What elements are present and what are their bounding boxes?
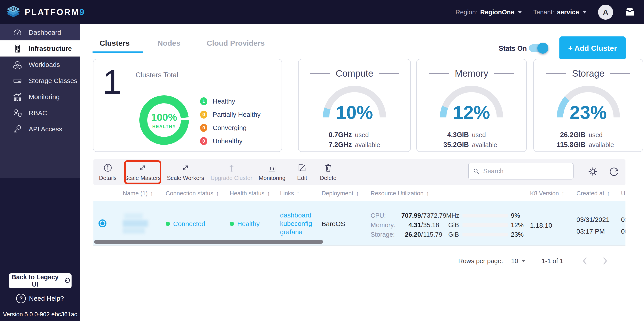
divider (546, 73, 566, 74)
column-header-connection-status[interactable]: Connection status↑ (166, 190, 219, 197)
rows-per-page-select[interactable]: 10 (511, 258, 526, 265)
sidebar-item-storage-classes[interactable]: Storage Classes (0, 73, 80, 89)
clusters-total-count: 1 (103, 64, 122, 100)
available-label: available (589, 141, 628, 148)
scale-masters-action[interactable]: Scale Masters (124, 160, 161, 185)
sidebar-item-workloads[interactable]: Workloads (0, 56, 80, 73)
tab-cloud-providers[interactable]: Cloud Providers (207, 39, 265, 48)
column-header-updated-clipped[interactable]: U (621, 190, 626, 197)
monitoring-action[interactable]: Monitoring (258, 160, 285, 185)
column-header-k8-version[interactable]: K8 Version↑ (530, 190, 564, 197)
connection-status-text: Connected (173, 220, 205, 228)
row-select-radio[interactable] (98, 220, 106, 228)
add-cluster-button[interactable]: + Add Cluster (560, 36, 626, 60)
edit-pencil-icon (297, 163, 307, 173)
sidebar-item-api-access[interactable]: API Access (0, 121, 80, 137)
kubeconfig-link[interactable]: kubeconfig (280, 220, 312, 228)
toggle-knob (537, 42, 548, 54)
links-cell: dashboard kubeconfig grafana (280, 211, 312, 236)
chevron-right-icon (602, 257, 608, 265)
tenant-label: Tenant: (533, 8, 554, 16)
need-help-link[interactable]: ? Need Help? (0, 294, 80, 303)
tab-nodes[interactable]: Nodes (158, 39, 180, 48)
sort-arrow-icon: ↑ (426, 190, 429, 197)
active-tab-underline (92, 52, 143, 53)
status-dot-icon (230, 222, 234, 226)
legend-item-healthy: 1 Healthy (200, 95, 260, 108)
undo-icon (64, 277, 70, 284)
sidebar-item-dashboard[interactable]: Dashboard (0, 24, 80, 40)
legend-item-unhealthy: 0 Unhealthy (200, 134, 260, 148)
sidebar-item-infrastructure[interactable]: Infrastructure (0, 40, 80, 56)
brand-text: PLATFORM9 (25, 8, 85, 17)
bar-chart-icon (267, 163, 277, 173)
dashboard-link[interactable]: dashboard (280, 211, 312, 219)
updated-at-cell-clipped: 03 08 (621, 215, 626, 236)
column-header-resource-utilization[interactable]: Resource Utilization↑ (370, 190, 429, 197)
upgrade-cluster-action: Upgrade Cluster (210, 160, 252, 185)
grafana-link[interactable]: grafana (280, 228, 312, 236)
column-header-name[interactable]: Name (1)↑ (123, 190, 153, 197)
deployment-cell: BareOS (322, 220, 345, 228)
storage-drive-icon (13, 76, 22, 86)
tenant-select[interactable]: Tenant: service (533, 8, 586, 16)
gauge-title: Memory (455, 68, 488, 79)
platform9-logo[interactable]: PLATFORM9 (6, 5, 85, 19)
delete-action[interactable]: Delete (320, 160, 336, 185)
used-value: 4.3GiB (431, 131, 469, 139)
column-header-health-status[interactable]: Health status↑ (230, 190, 270, 197)
health-donut-chart: 100% HEALTHY (139, 95, 189, 145)
tab-clusters[interactable]: Clusters (100, 39, 130, 48)
chevron-left-icon (582, 257, 588, 265)
chevron-down-icon (582, 11, 586, 14)
storage-gauge-card: Storage 23% 26.2GiBused 115.8GiBavailabl… (533, 59, 643, 152)
settings-button[interactable] (586, 164, 600, 178)
stats-toggle[interactable] (529, 44, 546, 52)
sidebar-item-label: Monitoring (29, 93, 60, 101)
details-action[interactable]: Details (99, 160, 116, 185)
legend-label: Healthy (213, 98, 235, 105)
sidebar-item-monitoring[interactable]: Monitoring (0, 89, 80, 105)
sidebar-item-rbac[interactable]: RBAC (0, 105, 80, 121)
region-select[interactable]: Region: RegionOne (456, 8, 522, 16)
search-input[interactable] (483, 167, 569, 175)
refresh-button[interactable] (607, 164, 621, 178)
back-to-legacy-ui-button[interactable]: Back to Legacy UI (9, 273, 72, 288)
sidebar-item-label: Storage Classes (29, 77, 77, 84)
monitoring-chart-icon (13, 92, 22, 102)
horizontal-scrollbar-thumb[interactable] (94, 240, 323, 244)
column-header-created-at[interactable]: Created at↑ (576, 190, 610, 197)
legacy-button-label: Back to Legacy UI (10, 274, 60, 288)
unhealthy-count-badge: 0 (200, 137, 208, 145)
region-label: Region: (456, 8, 478, 16)
sort-arrow-icon: ↑ (150, 190, 153, 197)
gauge-percent: 10% (298, 102, 410, 123)
status-dot-icon (166, 222, 170, 226)
search-icon (472, 167, 480, 175)
avatar[interactable]: A (598, 5, 613, 20)
compute-gauge-card: Compute 10% 0.7GHzused 7.2GHzavailable (298, 59, 411, 152)
column-header-links[interactable]: Links↑ (280, 190, 300, 197)
donut-status-label: HEALTHY (152, 124, 176, 129)
sort-arrow-icon: ↑ (216, 190, 219, 197)
gauge-percent: 23% (534, 102, 643, 123)
health-status-cell: Healthy (230, 220, 260, 228)
divider (610, 73, 630, 74)
storage-utilization-row: Storage: 26.20 / 115.79 GiB 23% (370, 231, 528, 238)
available-value: 115.8GiB (548, 141, 586, 149)
gauge-title: Storage (572, 68, 604, 79)
gauge-percent: 12% (417, 102, 526, 123)
inbox-tray-icon[interactable] (624, 7, 635, 18)
topbar: PLATFORM9 Region: RegionOne Tenant: serv… (0, 0, 644, 24)
divider (494, 73, 514, 74)
scale-workers-action[interactable]: Scale Workers (167, 160, 204, 185)
table-row[interactable]: Connected Healthy dashboard kubeconfig g… (94, 201, 626, 246)
column-header-deployment[interactable]: Deployment↑ (322, 190, 359, 197)
next-page-button (602, 257, 608, 265)
action-label: Details (99, 175, 116, 182)
gear-icon (587, 166, 598, 178)
used-label: used (589, 131, 628, 139)
edit-action[interactable]: Edit (297, 160, 307, 185)
table-header: Name (1)↑ Connection status↑ Health stat… (94, 186, 626, 201)
trash-icon (323, 163, 333, 173)
